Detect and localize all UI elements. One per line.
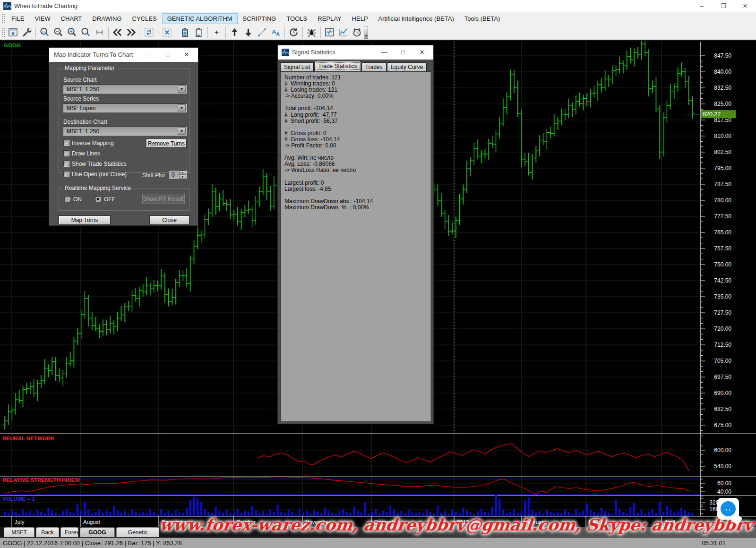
font-tool-icon[interactable]: AA [269,26,283,39]
source-series-value: MSFT.open [67,105,95,111]
rt-off-radio[interactable] [95,196,101,202]
source-series-dropdown-icon[interactable]: ▼ [178,104,186,111]
map-indicator-dialog[interactable]: Map Indicator Turns To Chart — □ ✕ Mappi… [49,47,198,226]
menu-item-tools-beta[interactable]: Tools (BETA) [459,13,506,24]
menu-item-chart[interactable]: CHART [56,13,87,24]
tab-equity-curve[interactable]: Equity Curve [387,62,427,71]
svg-text:742.50: 742.50 [714,277,731,284]
tab-trades[interactable]: Trades [361,62,387,71]
menu-item-view[interactable]: VIEW [29,13,55,24]
arrow-down-icon[interactable] [241,26,255,39]
menu-item-genetic-algorithm[interactable]: GENETIC ALGORITHM [162,13,238,24]
window-close-button[interactable]: ✕ [734,0,756,12]
source-chart-select[interactable]: MSFT 1 250 ▼ [63,85,187,94]
toolbar-scroll-handle[interactable] [364,26,368,39]
extent-icon[interactable] [93,26,106,39]
plus-icon[interactable] [210,26,223,39]
svg-text:August: August [83,519,101,525]
chevrons-right-icon[interactable] [124,26,138,39]
show-rt-result-button: Show RT Result [142,194,185,204]
zoom-one-to-one-icon[interactable]: 1:1 [38,26,52,39]
svg-text:600.00: 600.00 [714,447,731,454]
destination-chart-select[interactable]: MSFT 1 250 ▼ [63,127,187,136]
rt-on-radio[interactable] [64,196,70,202]
map-turns-button[interactable]: Map Turns [59,215,111,225]
toolbar-separator [176,27,176,38]
tab-trade-statistics[interactable]: Trade Statistics [314,61,361,71]
signal-statistics-dialog[interactable]: Signal Statistics — □ ✕ Signal List Trad… [277,45,434,424]
menu-item-scripting[interactable]: SCRIPTING [238,13,282,24]
map-minimize-button[interactable]: — [139,48,158,62]
title-bar[interactable]: WhenToTrade Charting – ❐ ✕ [0,0,756,12]
svg-text:802.50: 802.50 [714,149,731,155]
zoom-search-icon[interactable] [79,26,93,39]
map-close-button[interactable]: ✕ [177,48,196,62]
chevrons-left-icon[interactable] [111,26,124,39]
svg-text:847.50: 847.50 [714,52,731,59]
rt-on-label: ON [73,196,82,203]
menu-item-cycles[interactable]: CYCLES [127,13,162,24]
shift-plot-stepper[interactable]: 0 ▲▼ [169,170,187,179]
sheet-tab-forex[interactable]: Forex [60,527,78,537]
window-maximize-button[interactable]: ❐ [713,0,734,12]
destination-chart-dropdown-icon[interactable]: ▼ [178,128,186,135]
sheet-tab-goog-day1[interactable]: GOOG Day1 [80,527,115,537]
svg-text:RELATIVE STRENGTH INDEXI: RELATIVE STRENGTH INDEXI [2,477,80,483]
sheet-tab-back-test[interactable]: Back Test [36,527,59,537]
battery-empty-icon[interactable] [192,26,206,39]
sheet-tab-genetic-engineering[interactable]: Genetic Engineering [116,527,159,537]
stats-close-button[interactable]: ✕ [412,45,431,60]
line-tool-icon[interactable] [255,26,269,39]
stats-dialog-icon [282,49,289,56]
toolbar-grip-handle[interactable] [1,27,5,38]
shift-plot-down-icon[interactable]: ▼ [179,175,186,179]
zoom-out-icon[interactable] [52,26,65,39]
zoom-in-icon[interactable] [65,26,79,39]
menu-item-help[interactable]: HELP [347,13,373,24]
spider-icon[interactable] [305,26,318,39]
map-dialog-titlebar[interactable]: Map Indicator Turns To Chart — □ ✕ [49,48,198,62]
svg-text:60.00: 60.00 [717,480,731,487]
remove-turns-button[interactable]: Remove Turns [146,139,187,148]
destination-chart-value: MSFT 1 250 [67,128,99,135]
tab-signal-list[interactable]: Signal List [280,62,314,71]
toolbar-separator [225,27,226,38]
draw-lines-label: Draw Lines [72,150,100,157]
chart-window-icon[interactable] [6,26,20,39]
status-symbol-info: GOOG | 22.12.2016 7:00:00 | Close: 791,2… [3,539,182,547]
menu-item-artificial-intelligence-beta[interactable]: Artificial Intelligence (BETA) [373,13,459,24]
shift-plot-up-icon[interactable]: ▲ [179,171,186,175]
wrench-icon[interactable] [20,26,34,39]
map-maximize-button[interactable]: □ [158,48,177,62]
source-chart-label: Source Chart [63,77,97,83]
stats-minimize-button[interactable]: — [375,45,394,60]
arrow-up-icon[interactable] [228,26,241,39]
equity-curve-icon[interactable] [336,26,350,39]
source-chart-dropdown-icon[interactable]: ▼ [178,86,186,93]
trade-statistics-report: Number of trades: 121 # Winning trades: … [280,71,431,421]
menu-item-tools[interactable]: TOOLS [281,13,312,24]
map-dialog-close-action-button[interactable]: Close [149,215,189,225]
stats-dialog-titlebar[interactable]: Signal Statistics — □ ✕ [278,45,433,60]
menu-item-file[interactable]: FILE [6,13,29,24]
menu-grip-handle[interactable] [1,13,5,24]
use-open-label: Use Open (not Close) [72,171,127,178]
svg-text:772.50: 772.50 [714,213,731,220]
map-dialog-title: Map Indicator Turns To Chart [54,51,133,58]
chart-panel-icon[interactable] [323,26,336,39]
stats-maximize-button[interactable]: □ [394,45,412,60]
select-refresh-icon[interactable] [142,26,156,39]
toolbar-separator [284,27,285,38]
sheet-tab-msft-day1[interactable]: MSFT Day1 [4,527,34,537]
svg-text:765.00: 765.00 [714,229,731,236]
remote-session-bubble[interactable]: ↔ [717,498,739,520]
svg-text:540.00: 540.00 [714,463,731,470]
window-minimize-button[interactable]: – [691,0,713,12]
menu-item-replay[interactable]: REPLAY [312,13,346,24]
history-icon[interactable] [287,26,301,39]
source-series-select[interactable]: MSFT.open ▼ [63,103,187,112]
menu-item-drawing[interactable]: DRAWING [87,13,127,24]
select-clear-icon[interactable] [160,26,174,39]
battery-full-icon[interactable] [178,26,192,39]
alarm-icon[interactable] [350,26,364,39]
